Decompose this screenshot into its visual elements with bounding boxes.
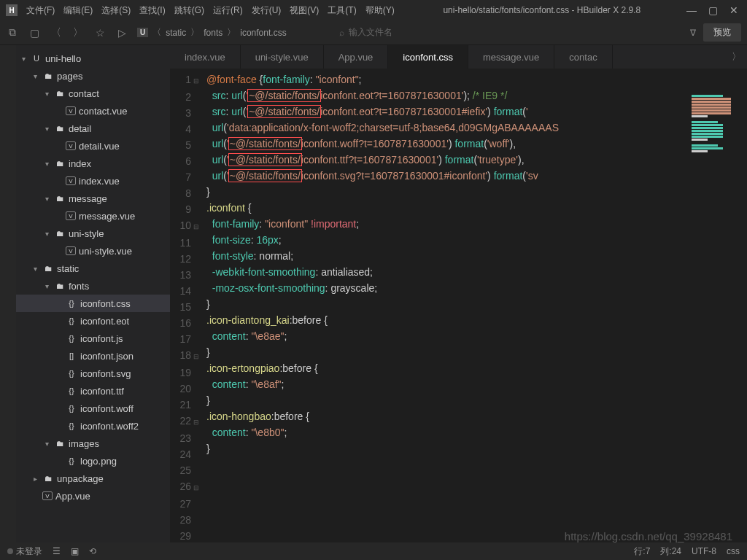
save-icon[interactable]: ▢ [28, 27, 41, 39]
tree-item[interactable]: Vcontact.vue [16, 102, 170, 120]
activity-bar [0, 45, 16, 542]
tree-item[interactable]: ▾🖿static [16, 260, 170, 277]
menu-item[interactable]: 编辑(E) [61, 3, 96, 18]
menu-item[interactable]: 工具(T) [325, 3, 359, 18]
tree-item[interactable]: {}iconfont.css [16, 295, 170, 312]
tree-item[interactable]: {}iconfont.eot [16, 312, 170, 330]
language-mode[interactable]: css [727, 546, 740, 556]
editor-tabs: index.vueuni-style.vueApp.vueiconfont.cs… [170, 45, 747, 69]
crumb-static[interactable]: static [166, 28, 186, 38]
menu-item[interactable]: 帮助(Y) [363, 3, 398, 18]
editor-tab[interactable]: contac [554, 45, 612, 69]
tree-item[interactable]: {}iconfont.woff2 [16, 417, 170, 435]
sync-icon[interactable]: ⟲ [89, 546, 96, 556]
toolbar: ⧉ ▢ 〈 〉 ☆ ▷ U 〈 static 〉 fonts 〉 iconfon… [0, 20, 747, 45]
tree-item[interactable]: {}iconfont.ttf [16, 382, 170, 400]
tree-item[interactable]: {}logo.png [16, 452, 170, 470]
menu-item[interactable]: 发行(U) [249, 3, 285, 18]
tree-item[interactable]: ▸🖿unpackage [16, 470, 170, 487]
file-tree: ▾Uuni-hello▾🖿pages▾🖿contactVcontact.vue▾… [16, 45, 170, 542]
crumb-fonts[interactable]: fonts [204, 28, 222, 38]
window-controls: — ▢ ✕ [686, 4, 741, 16]
tree-item[interactable]: ▾🖿images [16, 435, 170, 452]
panel-icon[interactable]: ⧉ [6, 26, 19, 39]
window-title: uni-hello/static/fonts/iconfont.css - HB… [398, 5, 686, 15]
tree-item[interactable]: []iconfont.json [16, 347, 170, 365]
tree-item[interactable]: Vindex.vue [16, 172, 170, 190]
tree-item[interactable]: {}iconfont.woff [16, 400, 170, 417]
maximize-icon[interactable]: ▢ [708, 4, 718, 16]
menu-item[interactable]: 选择(S) [98, 3, 133, 18]
list-icon[interactable]: ☰ [53, 546, 61, 556]
star-icon[interactable]: ☆ [93, 27, 107, 39]
project-badge: U [137, 28, 148, 37]
editor-tab[interactable]: message.vue [468, 45, 554, 69]
status-bar: 未登录 ☰ ▣ ⟲ 行:7 列:24 UTF-8 css [0, 542, 747, 560]
breadcrumb[interactable]: U 〈 static 〉 fonts 〉 iconfont.css [137, 26, 287, 39]
menu-item[interactable]: 跳转(G) [171, 3, 207, 18]
code-lines[interactable]: @font-face {font-family: "iconfont"; src… [206, 69, 747, 542]
menu-bar: 文件(F)编辑(E)选择(S)查找(I)跳转(G)运行(R)发行(U)视图(V)… [23, 3, 398, 18]
tree-item[interactable]: ▾🖿pages [16, 67, 170, 85]
tree-item[interactable]: Vdetail.vue [16, 137, 170, 155]
titlebar: H 文件(F)编辑(E)选择(S)查找(I)跳转(G)运行(R)发行(U)视图(… [0, 0, 747, 20]
tree-item[interactable]: {}iconfont.svg [16, 365, 170, 382]
filter-icon[interactable]: ∇ [690, 28, 696, 38]
terminal-icon[interactable]: ▣ [71, 546, 79, 556]
run-icon[interactable]: ▷ [115, 27, 128, 39]
minimize-icon[interactable]: — [686, 4, 697, 16]
editor-tab[interactable]: iconfont.css [388, 45, 468, 69]
tree-item[interactable]: ▾🖿fonts [16, 277, 170, 295]
editor-tab[interactable]: App.vue [324, 45, 389, 69]
app-logo: H [6, 4, 18, 16]
login-status[interactable]: 未登录 [7, 545, 42, 558]
search-icon: ⌕ [339, 28, 344, 38]
editor-tab[interactable]: index.vue [170, 45, 241, 69]
minimap[interactable] [689, 92, 747, 238]
menu-item[interactable]: 视图(V) [287, 3, 322, 18]
tree-item[interactable]: ▾🖿uni-style [16, 225, 170, 242]
cursor-line[interactable]: 行:7 [634, 545, 650, 558]
tree-item[interactable]: {}iconfont.js [16, 330, 170, 347]
gutter: 1⊟2345678910⊟1112131415161718⊟19202122⊟2… [170, 69, 206, 542]
tree-item[interactable]: ▾🖿message [16, 190, 170, 207]
search-box[interactable]: ⌕ 输入文件名 [339, 26, 681, 39]
tree-item[interactable]: Vmessage.vue [16, 207, 170, 225]
tree-item[interactable]: VApp.vue [16, 487, 170, 505]
editor-tab[interactable]: uni-style.vue [241, 45, 324, 69]
forward-icon[interactable]: 〉 [71, 26, 85, 39]
tree-item[interactable]: ▾Uuni-hello [16, 50, 170, 67]
tabs-scroll-right[interactable]: 〉 [726, 45, 747, 69]
menu-item[interactable]: 运行(R) [210, 3, 246, 18]
encoding[interactable]: UTF-8 [692, 546, 716, 556]
preview-button[interactable]: 预览 [703, 23, 741, 42]
menu-item[interactable]: 查找(I) [136, 3, 168, 18]
tree-item[interactable]: ▾🖿index [16, 155, 170, 172]
tree-item[interactable]: ▾🖿contact [16, 85, 170, 102]
cursor-col[interactable]: 列:24 [660, 545, 681, 558]
crumb-file[interactable]: iconfont.css [240, 28, 286, 38]
search-placeholder: 输入文件名 [349, 26, 392, 39]
back-icon[interactable]: 〈 [50, 26, 63, 39]
close-icon[interactable]: ✕ [729, 4, 738, 16]
menu-item[interactable]: 文件(F) [23, 3, 58, 18]
code-editor[interactable]: 1⊟2345678910⊟1112131415161718⊟19202122⊟2… [170, 69, 747, 542]
tree-item[interactable]: ▾🖿detail [16, 120, 170, 137]
tree-item[interactable]: Vuni-style.vue [16, 242, 170, 260]
